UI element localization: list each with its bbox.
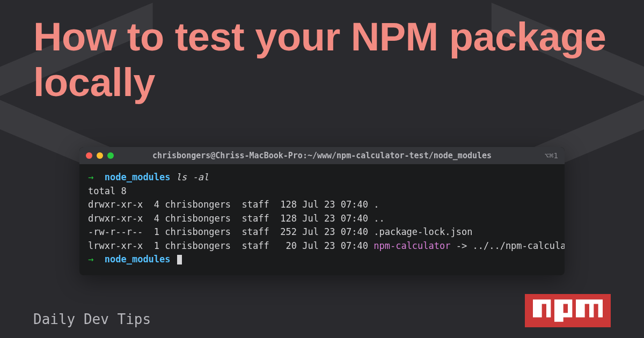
page-title: How to test your NPM package locally	[33, 14, 644, 105]
terminal-pane-indicator: ⌥⌘1	[545, 151, 558, 160]
prompt-arrow-icon: →	[88, 172, 93, 182]
terminal-output-line-pre: lrwxr-xr-x 1 chrisbongers staff 20 Jul 2…	[88, 240, 374, 251]
prompt-arrow-icon: →	[88, 254, 93, 264]
terminal-output-total: total 8	[88, 186, 127, 196]
npm-logo	[525, 294, 611, 327]
terminal-symlink-arrow: ->	[451, 240, 473, 251]
terminal-output-line: -rw-r--r-- 1 chrisbongers staff 252 Jul …	[88, 226, 472, 237]
terminal-titlebar: chrisbongers@Chriss-MacBook-Pro:~/www/np…	[79, 147, 565, 164]
terminal-output-line: drwxr-xr-x 4 chrisbongers staff 128 Jul …	[88, 213, 385, 224]
maximize-icon[interactable]	[107, 152, 114, 159]
terminal-output-line: drwxr-xr-x 4 chrisbongers staff 128 Jul …	[88, 199, 379, 210]
terminal-window: chrisbongers@Chriss-MacBook-Pro:~/www/np…	[79, 147, 565, 275]
terminal-title: chrisbongers@Chriss-MacBook-Pro:~/www/np…	[79, 151, 565, 160]
footer-brand: Daily Dev Tips	[33, 311, 151, 327]
prompt-directory: node_modules	[105, 254, 171, 264]
close-icon[interactable]	[86, 152, 92, 159]
traffic-lights	[86, 152, 114, 159]
minimize-icon[interactable]	[97, 152, 103, 159]
terminal-body[interactable]: → node_modules ls -al total 8 drwxr-xr-x…	[79, 164, 565, 275]
terminal-symlink-name: npm-calculator	[374, 240, 450, 251]
npm-logo-icon	[533, 297, 603, 324]
terminal-command: ls -al	[176, 172, 209, 182]
terminal-symlink-target: ../../npm-calculator	[472, 240, 565, 251]
cursor-icon	[177, 255, 182, 264]
prompt-directory: node_modules	[105, 172, 171, 182]
